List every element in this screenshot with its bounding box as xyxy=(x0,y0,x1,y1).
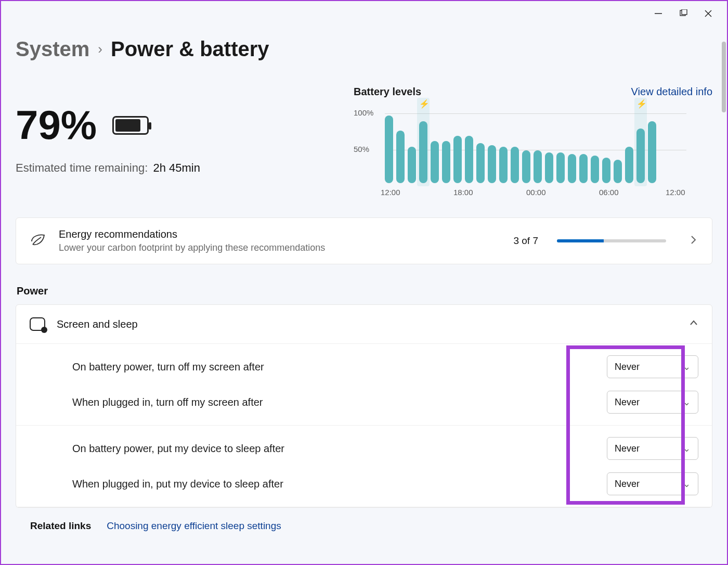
chart-bar xyxy=(408,147,416,183)
scrollbar-thumb[interactable] xyxy=(722,42,726,112)
chevron-right-icon: › xyxy=(98,41,102,57)
setting-label: On battery power, turn off my screen aft… xyxy=(72,361,607,373)
setting-row: On battery power, put my device to sleep… xyxy=(16,426,712,466)
setting-label: When plugged in, put my device to sleep … xyxy=(72,478,607,490)
screen-off-battery-dropdown[interactable]: Never ⌄ xyxy=(607,355,698,378)
sleep-battery-dropdown[interactable]: Never ⌄ xyxy=(607,437,698,460)
chart-bar xyxy=(591,156,599,183)
energy-progress xyxy=(557,239,666,242)
dropdown-value: Never xyxy=(615,479,640,490)
chevron-up-icon xyxy=(689,318,698,330)
chevron-down-icon: ⌄ xyxy=(683,396,691,408)
battery-chart: Battery levels View detailed info 100% 5… xyxy=(354,86,712,195)
screen-sleep-header[interactable]: Screen and sleep xyxy=(16,305,712,344)
chart-bar xyxy=(499,147,508,183)
chevron-down-icon: ⌄ xyxy=(683,443,691,454)
dropdown-value: Never xyxy=(615,443,640,454)
setting-row: When plugged in, put my device to sleep … xyxy=(16,466,712,507)
chevron-down-icon: ⌄ xyxy=(683,361,691,373)
chart-bar xyxy=(465,136,473,183)
chart-bar xyxy=(648,121,656,183)
energy-subtitle: Lower your carbon footprint by applying … xyxy=(59,242,502,253)
chart-bar xyxy=(556,152,565,183)
chart-bar xyxy=(442,141,450,183)
energy-title: Energy recommendations xyxy=(59,228,502,240)
energy-recommendations-card[interactable]: Energy recommendations Lower your carbon… xyxy=(16,217,712,264)
chart-bar xyxy=(534,150,542,183)
chart-bar xyxy=(579,154,588,183)
screen-off-plugged-dropdown[interactable]: Never ⌄ xyxy=(607,391,698,414)
related-link[interactable]: Choosing energy efficient sleep settings xyxy=(107,520,281,532)
dropdown-value: Never xyxy=(615,397,640,408)
svg-rect-2 xyxy=(682,9,687,15)
screen-sleep-card: Screen and sleep On battery power, turn … xyxy=(16,304,712,508)
page-title: Power & battery xyxy=(111,37,269,61)
maximize-button[interactable] xyxy=(678,8,688,19)
energy-count: 3 of 7 xyxy=(513,235,538,247)
breadcrumb: System › Power & battery xyxy=(16,37,712,61)
chart-bar xyxy=(476,143,485,183)
battery-summary: 79% Estimated time remaining: 2h 45min xyxy=(16,86,333,195)
chart-bar xyxy=(488,145,496,183)
chart-bar xyxy=(396,131,405,183)
charging-icon: ⚡ xyxy=(636,99,647,109)
x-tick: 12:00 xyxy=(381,188,400,197)
chart-bar xyxy=(453,136,462,183)
window-controls xyxy=(644,4,723,23)
chart-bar xyxy=(522,150,530,183)
y-tick: 100% xyxy=(354,108,373,117)
close-button[interactable] xyxy=(703,8,713,19)
screen-icon xyxy=(30,317,45,331)
chart-bar xyxy=(511,147,519,183)
chart-bar xyxy=(614,160,622,183)
chart-bar xyxy=(602,158,610,183)
leaf-icon xyxy=(30,232,47,250)
battery-icon xyxy=(112,116,149,135)
setting-row: On battery power, turn off my screen aft… xyxy=(16,344,712,384)
chevron-down-icon: ⌄ xyxy=(683,478,691,490)
chart-bar xyxy=(625,147,633,183)
x-tick: 00:00 xyxy=(526,188,546,197)
x-tick: 18:00 xyxy=(453,188,473,197)
screen-sleep-title: Screen and sleep xyxy=(57,318,678,330)
estimate-value: 2h 45min xyxy=(153,161,200,174)
chart-bar xyxy=(431,141,439,183)
scrollbar[interactable] xyxy=(722,42,726,333)
breadcrumb-parent[interactable]: System xyxy=(16,37,89,61)
x-tick: 12:00 xyxy=(666,188,685,197)
chart-bar xyxy=(385,115,393,183)
chart-bar xyxy=(568,154,576,183)
battery-percent: 79% xyxy=(16,101,97,149)
related-links-label: Related links xyxy=(30,520,91,532)
estimate-label: Estimated time remaining: xyxy=(16,161,148,174)
dropdown-value: Never xyxy=(615,362,640,373)
related-links: Related links Choosing energy efficient … xyxy=(16,513,712,539)
y-tick: 50% xyxy=(354,145,369,153)
sleep-plugged-dropdown[interactable]: Never ⌄ xyxy=(607,472,698,495)
setting-row: When plugged in, turn off my screen afte… xyxy=(16,384,712,426)
chart-bar xyxy=(545,152,553,183)
minimize-button[interactable] xyxy=(653,8,664,19)
view-detailed-link[interactable]: View detailed info xyxy=(631,86,712,98)
setting-label: On battery power, put my device to sleep… xyxy=(72,443,607,455)
section-power: Power xyxy=(17,285,712,297)
setting-label: When plugged in, turn off my screen afte… xyxy=(72,396,607,408)
x-tick: 06:00 xyxy=(599,188,619,197)
charging-icon: ⚡ xyxy=(419,99,430,109)
chevron-right-icon xyxy=(689,235,698,247)
chart-title: Battery levels xyxy=(354,86,421,98)
